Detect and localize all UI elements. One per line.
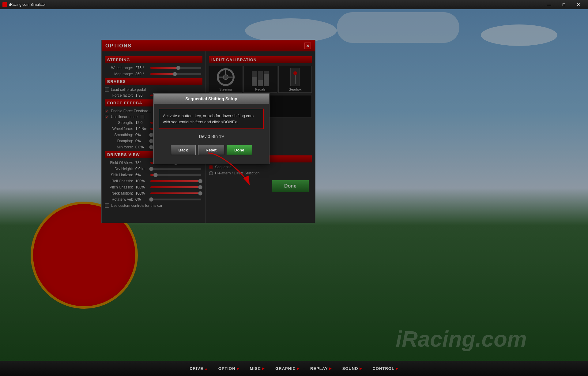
minimize-button[interactable]: — (542, 0, 556, 9)
nav-control-arrow: ▶ (396, 367, 398, 370)
nav-drive[interactable]: DRIVE ▲ (185, 364, 213, 373)
nav-graphic-arrow: ▶ (297, 367, 300, 370)
bottom-nav: DRIVE ▲ OPTION ▶ MISC ▶ GRAPHIC ▶ REPLAY… (0, 361, 588, 376)
nav-option[interactable]: OPTION ▶ (213, 364, 244, 373)
shifting-titlebar: Sequential Shifting Setup (154, 94, 269, 104)
taskbar-title: iRacing.com Simulator (9, 2, 46, 7)
nav-option-arrow: ▶ (237, 367, 239, 370)
nav-control[interactable]: CONTROL ▶ (368, 364, 403, 373)
nav-replay[interactable]: REPLAY ▶ (305, 364, 337, 373)
shifting-title: Sequential Shifting Setup (185, 96, 237, 101)
taskbar-app-icon (2, 2, 7, 7)
close-button[interactable]: ✕ (571, 0, 586, 9)
taskbar: iRacing.com Simulator — □ ✕ (0, 0, 588, 9)
shifting-back-button[interactable]: Back (171, 145, 196, 155)
shifting-instruction: Activate a button, key, or axis for down… (159, 109, 264, 129)
nav-sound-arrow: ▶ (360, 367, 362, 370)
nav-misc-arrow: ▶ (262, 367, 265, 370)
nav-graphic[interactable]: GRAPHIC ▶ (270, 364, 305, 373)
nav-replay-arrow: ▶ (329, 367, 332, 370)
taskbar-controls: — □ ✕ (542, 0, 586, 9)
maximize-button[interactable]: □ (557, 0, 571, 9)
red-arrow (202, 150, 257, 190)
nav-sound[interactable]: SOUND ▶ (337, 364, 367, 373)
shifting-current-value: Dev 0 Btn 19 (159, 134, 264, 139)
nav-drive-arrow: ▲ (205, 367, 208, 370)
dialog-overlay (0, 9, 588, 361)
nav-misc[interactable]: MISC ▶ (245, 364, 270, 373)
